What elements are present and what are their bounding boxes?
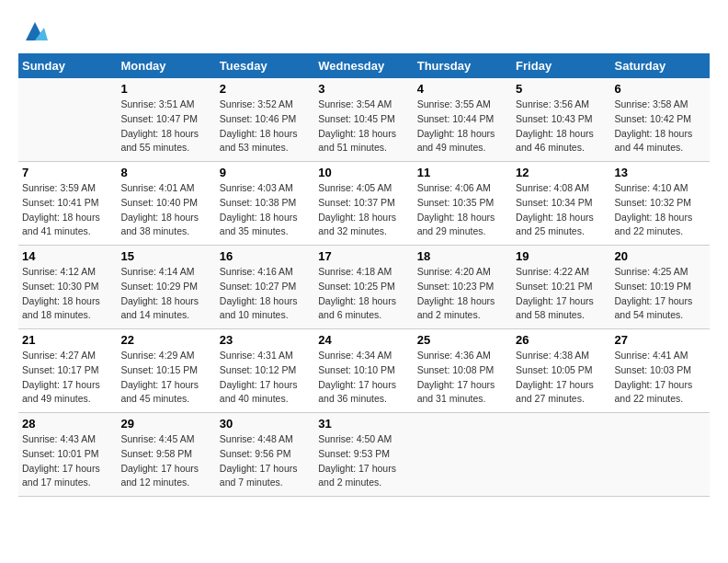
day-number: 2 xyxy=(220,82,311,96)
day-number: 4 xyxy=(417,82,508,96)
day-number: 1 xyxy=(120,82,211,96)
cell-w5-d7 xyxy=(611,413,710,497)
day-info: Sunrise: 4:45 AMSunset: 9:58 PMDaylight:… xyxy=(120,432,211,490)
day-info: Sunrise: 3:58 AMSunset: 10:42 PMDaylight… xyxy=(615,98,706,155)
day-info: Sunrise: 4:10 AMSunset: 10:32 PMDaylight… xyxy=(615,181,706,239)
day-number: 21 xyxy=(22,333,113,347)
header-wednesday: Wednesday xyxy=(314,53,413,78)
cell-w1-d5: 4Sunrise: 3:55 AMSunset: 10:44 PMDayligh… xyxy=(414,78,512,162)
week-row-2: 7Sunrise: 3:59 AMSunset: 10:41 PMDayligh… xyxy=(18,162,710,246)
cell-w2-d5: 11Sunrise: 4:06 AMSunset: 10:35 PMDaylig… xyxy=(414,162,512,246)
day-info: Sunrise: 4:36 AMSunset: 10:08 PMDaylight… xyxy=(417,349,508,407)
header-tuesday: Tuesday xyxy=(216,53,314,78)
day-number: 18 xyxy=(417,249,508,263)
day-number: 30 xyxy=(220,417,311,431)
cell-w3-d7: 20Sunrise: 4:25 AMSunset: 10:19 PMDaylig… xyxy=(611,246,710,329)
cell-w3-d2: 15Sunrise: 4:14 AMSunset: 10:29 PMDaylig… xyxy=(117,246,215,329)
cell-w1-d7: 6Sunrise: 3:58 AMSunset: 10:42 PMDayligh… xyxy=(611,78,710,162)
day-number: 29 xyxy=(120,417,211,431)
day-number: 12 xyxy=(516,166,607,179)
day-number: 3 xyxy=(318,82,409,96)
day-number: 22 xyxy=(120,333,211,347)
day-number: 15 xyxy=(120,249,211,263)
day-info: Sunrise: 3:51 AMSunset: 10:47 PMDaylight… xyxy=(120,98,211,155)
day-number: 9 xyxy=(220,166,311,179)
day-info: Sunrise: 3:59 AMSunset: 10:41 PMDaylight… xyxy=(22,181,113,239)
day-number: 5 xyxy=(516,82,607,96)
day-info: Sunrise: 4:14 AMSunset: 10:29 PMDaylight… xyxy=(120,265,211,323)
cell-w3-d1: 14Sunrise: 4:12 AMSunset: 10:30 PMDaylig… xyxy=(18,246,117,329)
calendar-table: SundayMondayTuesdayWednesdayThursdayFrid… xyxy=(18,53,710,497)
day-info: Sunrise: 4:05 AMSunset: 10:37 PMDaylight… xyxy=(318,181,409,239)
day-number: 23 xyxy=(220,333,311,347)
cell-w4-d7: 27Sunrise: 4:41 AMSunset: 10:03 PMDaylig… xyxy=(611,329,710,413)
week-row-5: 28Sunrise: 4:43 AMSunset: 10:01 PMDaylig… xyxy=(18,413,710,497)
day-info: Sunrise: 4:29 AMSunset: 10:15 PMDaylight… xyxy=(120,349,211,407)
cell-w1-d1 xyxy=(18,78,117,162)
day-info: Sunrise: 4:27 AMSunset: 10:17 PMDaylight… xyxy=(22,349,113,407)
cell-w4-d6: 26Sunrise: 4:38 AMSunset: 10:05 PMDaylig… xyxy=(512,329,610,413)
day-info: Sunrise: 4:48 AMSunset: 9:56 PMDaylight:… xyxy=(220,432,311,490)
day-info: Sunrise: 3:52 AMSunset: 10:46 PMDaylight… xyxy=(220,98,311,155)
cell-w4-d2: 22Sunrise: 4:29 AMSunset: 10:15 PMDaylig… xyxy=(117,329,215,413)
cell-w5-d6 xyxy=(512,413,610,497)
cell-w2-d4: 10Sunrise: 4:05 AMSunset: 10:37 PMDaylig… xyxy=(314,162,413,246)
day-number: 13 xyxy=(615,166,706,179)
day-info: Sunrise: 3:55 AMSunset: 10:44 PMDaylight… xyxy=(417,98,508,155)
cell-w4-d1: 21Sunrise: 4:27 AMSunset: 10:17 PMDaylig… xyxy=(18,329,117,413)
header-saturday: Saturday xyxy=(611,53,710,78)
day-info: Sunrise: 4:43 AMSunset: 10:01 PMDaylight… xyxy=(22,432,113,490)
day-number: 27 xyxy=(615,333,706,347)
cell-w5-d1: 28Sunrise: 4:43 AMSunset: 10:01 PMDaylig… xyxy=(18,413,117,497)
day-info: Sunrise: 4:06 AMSunset: 10:35 PMDaylight… xyxy=(417,181,508,239)
week-row-1: 1Sunrise: 3:51 AMSunset: 10:47 PMDayligh… xyxy=(18,78,710,162)
cell-w4-d4: 24Sunrise: 4:34 AMSunset: 10:10 PMDaylig… xyxy=(314,329,413,413)
cell-w2-d1: 7Sunrise: 3:59 AMSunset: 10:41 PMDayligh… xyxy=(18,162,117,246)
logo-icon xyxy=(22,18,48,44)
day-info: Sunrise: 3:56 AMSunset: 10:43 PMDaylight… xyxy=(516,98,607,155)
day-info: Sunrise: 4:41 AMSunset: 10:03 PMDaylight… xyxy=(615,349,706,407)
cell-w5-d4: 31Sunrise: 4:50 AMSunset: 9:53 PMDayligh… xyxy=(314,413,413,497)
day-number: 10 xyxy=(318,166,409,179)
cell-w3-d5: 18Sunrise: 4:20 AMSunset: 10:23 PMDaylig… xyxy=(414,246,512,329)
day-info: Sunrise: 4:38 AMSunset: 10:05 PMDaylight… xyxy=(516,349,607,407)
header-row: SundayMondayTuesdayWednesdayThursdayFrid… xyxy=(18,53,710,78)
cell-w1-d6: 5Sunrise: 3:56 AMSunset: 10:43 PMDayligh… xyxy=(512,78,610,162)
header-friday: Friday xyxy=(512,53,610,78)
page-header xyxy=(18,18,710,44)
day-info: Sunrise: 4:31 AMSunset: 10:12 PMDaylight… xyxy=(220,349,311,407)
day-info: Sunrise: 4:25 AMSunset: 10:19 PMDaylight… xyxy=(615,265,706,323)
day-number: 26 xyxy=(516,333,607,347)
day-number: 11 xyxy=(417,166,508,179)
day-number: 7 xyxy=(22,166,113,179)
cell-w3-d3: 16Sunrise: 4:16 AMSunset: 10:27 PMDaylig… xyxy=(216,246,314,329)
day-info: Sunrise: 3:54 AMSunset: 10:45 PMDaylight… xyxy=(318,98,409,155)
cell-w2-d7: 13Sunrise: 4:10 AMSunset: 10:32 PMDaylig… xyxy=(611,162,710,246)
day-number: 24 xyxy=(318,333,409,347)
cell-w2-d6: 12Sunrise: 4:08 AMSunset: 10:34 PMDaylig… xyxy=(512,162,610,246)
cell-w3-d4: 17Sunrise: 4:18 AMSunset: 10:25 PMDaylig… xyxy=(314,246,413,329)
header-sunday: Sunday xyxy=(18,53,117,78)
cell-w3-d6: 19Sunrise: 4:22 AMSunset: 10:21 PMDaylig… xyxy=(512,246,610,329)
day-number: 19 xyxy=(516,249,607,263)
day-info: Sunrise: 4:50 AMSunset: 9:53 PMDaylight:… xyxy=(318,432,409,490)
cell-w2-d3: 9Sunrise: 4:03 AMSunset: 10:38 PMDayligh… xyxy=(216,162,314,246)
week-row-4: 21Sunrise: 4:27 AMSunset: 10:17 PMDaylig… xyxy=(18,329,710,413)
day-info: Sunrise: 4:22 AMSunset: 10:21 PMDaylight… xyxy=(516,265,607,323)
day-info: Sunrise: 4:16 AMSunset: 10:27 PMDaylight… xyxy=(220,265,311,323)
cell-w1-d2: 1Sunrise: 3:51 AMSunset: 10:47 PMDayligh… xyxy=(117,78,215,162)
cell-w5-d3: 30Sunrise: 4:48 AMSunset: 9:56 PMDayligh… xyxy=(216,413,314,497)
day-number: 17 xyxy=(318,249,409,263)
cell-w1-d4: 3Sunrise: 3:54 AMSunset: 10:45 PMDayligh… xyxy=(314,78,413,162)
cell-w4-d3: 23Sunrise: 4:31 AMSunset: 10:12 PMDaylig… xyxy=(216,329,314,413)
day-number: 20 xyxy=(615,249,706,263)
cell-w5-d2: 29Sunrise: 4:45 AMSunset: 9:58 PMDayligh… xyxy=(117,413,215,497)
cell-w1-d3: 2Sunrise: 3:52 AMSunset: 10:46 PMDayligh… xyxy=(216,78,314,162)
day-info: Sunrise: 4:08 AMSunset: 10:34 PMDaylight… xyxy=(516,181,607,239)
day-number: 14 xyxy=(22,249,113,263)
logo xyxy=(18,18,48,44)
day-info: Sunrise: 4:34 AMSunset: 10:10 PMDaylight… xyxy=(318,349,409,407)
day-number: 25 xyxy=(417,333,508,347)
day-info: Sunrise: 4:12 AMSunset: 10:30 PMDaylight… xyxy=(22,265,113,323)
day-number: 8 xyxy=(120,166,211,179)
